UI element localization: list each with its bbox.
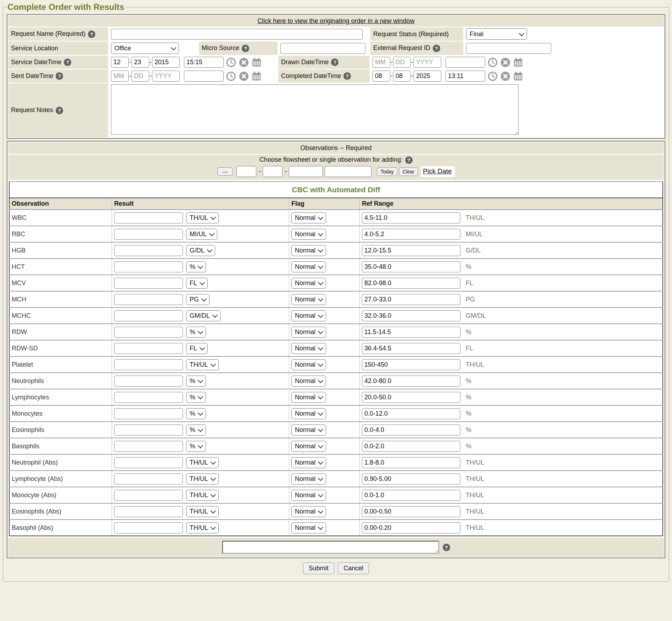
- originating-order-link[interactable]: Click here to view the originating order…: [257, 17, 414, 24]
- result-unit-select-3[interactable]: %: [186, 261, 206, 272]
- result-unit-select-18[interactable]: TH/UL: [186, 506, 219, 517]
- ref-range-input-10[interactable]: [362, 376, 460, 387]
- result-unit-select-19[interactable]: TH/UL: [186, 522, 219, 533]
- calendar-icon[interactable]: [251, 71, 262, 82]
- flag-select-3[interactable]: Normal: [291, 261, 326, 272]
- result-unit-select-13[interactable]: %: [186, 425, 206, 436]
- flag-select-0[interactable]: Normal: [291, 212, 326, 223]
- request-status-select[interactable]: Final: [466, 28, 527, 40]
- result-input-19[interactable]: [114, 522, 183, 533]
- result-unit-select-7[interactable]: %: [186, 327, 206, 338]
- clock-icon[interactable]: [487, 71, 498, 82]
- ref-range-input-15[interactable]: [362, 457, 460, 468]
- help-icon[interactable]: ?: [405, 156, 413, 164]
- result-input-8[interactable]: [114, 343, 183, 354]
- clock-icon[interactable]: [487, 57, 498, 68]
- result-input-18[interactable]: [114, 506, 183, 517]
- today-button[interactable]: Today: [377, 167, 397, 176]
- cancel-button[interactable]: Cancel: [338, 562, 369, 574]
- flowsheet-year-input[interactable]: [289, 166, 323, 177]
- ref-range-input-5[interactable]: [362, 294, 460, 305]
- ref-range-input-14[interactable]: [362, 441, 460, 452]
- flag-select-16[interactable]: Normal: [291, 473, 326, 484]
- completed-datetime-year-input[interactable]: [414, 71, 441, 82]
- request-notes-textarea[interactable]: [111, 84, 519, 135]
- flag-select-5[interactable]: Normal: [291, 294, 326, 305]
- result-input-4[interactable]: [114, 278, 183, 289]
- flag-select-18[interactable]: Normal: [291, 506, 326, 517]
- result-unit-select-12[interactable]: %: [186, 408, 206, 419]
- flowsheet-day-input[interactable]: [263, 166, 282, 177]
- result-input-11[interactable]: [114, 392, 183, 403]
- help-icon[interactable]: ?: [443, 544, 450, 551]
- flag-select-15[interactable]: Normal: [291, 457, 326, 468]
- pick-date-link[interactable]: Pick Date: [423, 167, 452, 175]
- clear-datetime-icon[interactable]: [239, 57, 249, 68]
- sent-datetime-month-input[interactable]: [111, 71, 129, 82]
- help-icon[interactable]: ?: [343, 72, 351, 80]
- help-icon[interactable]: ?: [331, 59, 338, 66]
- result-input-16[interactable]: [114, 473, 183, 484]
- sent-datetime-day-input[interactable]: [131, 71, 149, 82]
- flag-select-11[interactable]: Normal: [291, 392, 326, 403]
- result-input-14[interactable]: [114, 441, 183, 452]
- help-icon[interactable]: ?: [88, 31, 95, 38]
- ref-range-input-2[interactable]: [362, 245, 460, 256]
- ref-range-input-11[interactable]: [362, 392, 460, 403]
- ref-range-input-4[interactable]: [362, 278, 460, 289]
- sent-datetime-time-input[interactable]: [184, 71, 224, 82]
- service-datetime-month-input[interactable]: [111, 57, 129, 68]
- flag-select-7[interactable]: Normal: [291, 327, 326, 338]
- result-input-9[interactable]: [114, 359, 183, 370]
- result-input-7[interactable]: [114, 327, 183, 338]
- drawn-datetime-time-input[interactable]: [446, 57, 485, 68]
- calendar-icon[interactable]: [513, 71, 523, 82]
- help-icon[interactable]: ?: [242, 45, 249, 52]
- ref-range-input-3[interactable]: [362, 261, 460, 272]
- sent-datetime-year-input[interactable]: [152, 71, 180, 82]
- result-input-10[interactable]: [114, 376, 183, 387]
- flag-select-1[interactable]: Normal: [291, 229, 326, 240]
- clear-datetime-icon[interactable]: [500, 57, 511, 68]
- completed-datetime-time-input[interactable]: [446, 71, 485, 82]
- flowsheet-month-input[interactable]: [236, 166, 256, 177]
- result-input-0[interactable]: [114, 212, 183, 223]
- service-datetime-time-input[interactable]: [184, 57, 224, 68]
- clear-datetime-icon[interactable]: [500, 71, 511, 82]
- ref-range-input-6[interactable]: [362, 310, 460, 321]
- external-request-id-input[interactable]: [466, 43, 551, 54]
- flag-select-19[interactable]: Normal: [291, 522, 326, 533]
- ref-range-input-16[interactable]: [362, 473, 460, 484]
- result-unit-select-2[interactable]: G/DL: [186, 245, 215, 256]
- collapse-button[interactable]: —: [217, 167, 233, 176]
- completed-datetime-month-input[interactable]: [373, 71, 390, 82]
- flowsheet-time-input[interactable]: [325, 166, 371, 177]
- clock-icon[interactable]: [226, 57, 236, 68]
- service-location-select[interactable]: Office: [111, 43, 179, 54]
- ref-range-input-18[interactable]: [362, 506, 460, 517]
- result-input-2[interactable]: [114, 245, 183, 256]
- ref-range-input-17[interactable]: [362, 490, 460, 501]
- flag-select-2[interactable]: Normal: [291, 245, 326, 256]
- result-unit-select-17[interactable]: TH/UL: [186, 490, 219, 501]
- flag-select-12[interactable]: Normal: [291, 408, 326, 419]
- completed-datetime-day-input[interactable]: [393, 71, 411, 82]
- flag-select-10[interactable]: Normal: [291, 376, 326, 387]
- flag-select-14[interactable]: Normal: [291, 441, 326, 452]
- flag-select-13[interactable]: Normal: [291, 425, 326, 436]
- service-datetime-day-input[interactable]: [131, 57, 149, 68]
- flag-select-8[interactable]: Normal: [291, 343, 326, 354]
- ref-range-input-19[interactable]: [362, 522, 460, 533]
- result-unit-select-4[interactable]: FL: [186, 278, 208, 289]
- result-unit-select-11[interactable]: %: [186, 392, 206, 403]
- drawn-datetime-month-input[interactable]: [373, 57, 390, 68]
- help-icon[interactable]: ?: [64, 59, 71, 66]
- result-input-6[interactable]: [114, 310, 183, 321]
- result-unit-select-0[interactable]: TH/UL: [186, 212, 219, 223]
- clear-datetime-icon[interactable]: [239, 71, 249, 82]
- result-unit-select-5[interactable]: PG: [186, 294, 209, 305]
- result-input-1[interactable]: [114, 229, 183, 240]
- flag-select-17[interactable]: Normal: [291, 490, 326, 501]
- result-input-15[interactable]: [114, 457, 183, 468]
- result-input-17[interactable]: [114, 490, 183, 501]
